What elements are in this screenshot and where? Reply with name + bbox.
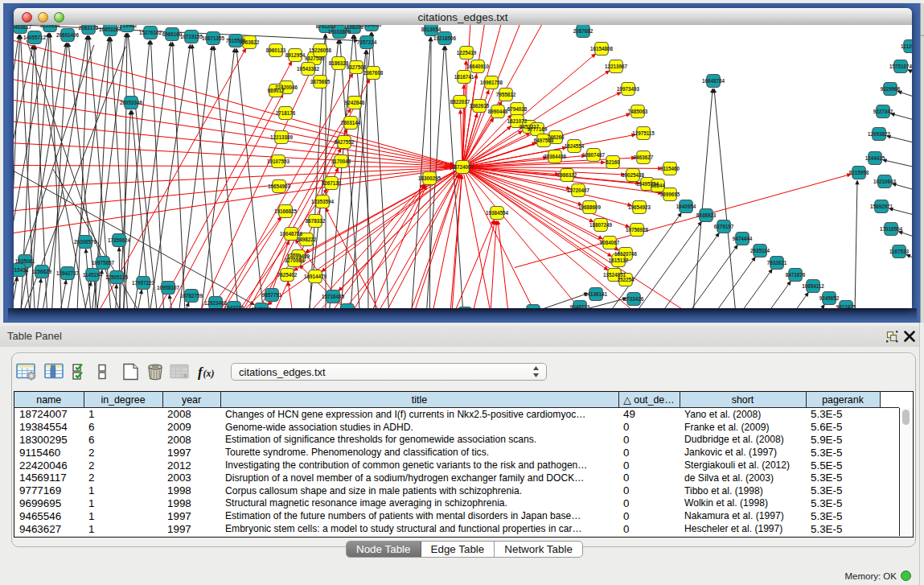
svg-text:10961758: 10961758 [480, 80, 503, 85]
svg-text:16648784: 16648784 [702, 78, 725, 84]
svg-text:7204918: 7204918 [338, 307, 358, 308]
svg-text:3915412: 3915412 [14, 267, 29, 273]
svg-text:9777169: 9777169 [528, 126, 548, 132]
svg-text:2803144: 2803144 [341, 120, 361, 126]
svg-text:8960123: 8960123 [266, 47, 286, 53]
svg-text:18300295: 18300295 [418, 175, 441, 181]
svg-text:20493817: 20493817 [14, 25, 31, 30]
svg-text:9084067: 9084067 [600, 240, 620, 245]
svg-text:20691406: 20691406 [56, 32, 80, 38]
svg-text:6497568: 6497568 [534, 138, 554, 143]
svg-text:1847210: 1847210 [252, 307, 272, 308]
svg-text:8912954: 8912954 [285, 52, 306, 58]
svg-text:9463627: 9463627 [634, 154, 654, 160]
svg-text:1225419: 1225419 [457, 50, 477, 56]
svg-text:1145194: 1145194 [83, 272, 103, 278]
svg-text:1624554: 1624554 [565, 143, 585, 149]
svg-text:86844: 86844 [651, 183, 665, 188]
svg-text:12975115: 12975115 [632, 130, 655, 136]
svg-text:10654903: 10654903 [268, 183, 291, 189]
svg-text:9812475: 9812475 [836, 304, 856, 308]
svg-text:9242848: 9242848 [345, 100, 365, 105]
svg-text:9329966: 9329966 [881, 86, 901, 92]
svg-text:3498222: 3498222 [297, 237, 317, 242]
svg-text:7986322: 7986322 [557, 172, 577, 178]
svg-text:3875685: 3875685 [310, 79, 331, 84]
svg-text:62160: 62160 [606, 159, 620, 165]
svg-text:17957223: 17957223 [132, 280, 155, 286]
svg-text:10046786: 10046786 [280, 231, 303, 237]
svg-text:7485063: 7485063 [628, 109, 648, 114]
svg-text:9934815: 9934815 [362, 25, 382, 27]
svg-text:9474444: 9474444 [733, 236, 753, 241]
svg-text:10025438: 10025438 [622, 172, 645, 178]
svg-text:9245652: 9245652 [819, 295, 840, 301]
svg-text:19654923: 19654923 [628, 204, 651, 210]
svg-text:9227342: 9227342 [873, 109, 893, 114]
svg-text:16914479: 16914479 [304, 274, 327, 279]
svg-text:7719462: 7719462 [117, 25, 138, 28]
svg-text:16640910: 16640910 [466, 64, 490, 69]
svg-text:10958107: 10958107 [157, 285, 180, 290]
svg-text:1816741: 1816741 [454, 74, 474, 80]
svg-text:19218506: 19218506 [433, 35, 457, 41]
svg-text:1042718: 1042718 [224, 305, 244, 308]
svg-text:10107553: 10107553 [267, 159, 290, 164]
svg-text:10975857: 10975857 [92, 260, 115, 266]
svg-text:19384554: 19384554 [486, 210, 509, 216]
svg-text:17016504: 17016504 [880, 226, 903, 232]
svg-text:9857791: 9857791 [262, 292, 282, 298]
svg-text:7357224: 7357224 [357, 39, 377, 45]
svg-text:7955812: 7955812 [496, 92, 516, 97]
svg-text:989012: 989012 [267, 88, 285, 93]
svg-text:9327508: 9327508 [347, 64, 367, 70]
svg-text:2718176: 2718176 [276, 110, 296, 116]
svg-text:10807487: 10807487 [582, 152, 606, 158]
svg-text:1615132: 1615132 [609, 257, 629, 263]
svg-text:7632621: 7632621 [767, 260, 787, 266]
svg-text:1733426: 1733426 [624, 296, 644, 302]
svg-text:252254: 252254 [617, 277, 634, 282]
svg-text:10654112: 10654112 [802, 283, 824, 289]
svg-text:10688609: 10688609 [578, 204, 602, 210]
svg-text:10719155: 10719155 [180, 34, 203, 39]
svg-text:10973493: 10973493 [617, 86, 640, 92]
svg-text:2087682: 2087682 [573, 28, 593, 34]
svg-text:18724007: 18724007 [451, 164, 474, 170]
svg-text:15720407: 15720407 [567, 187, 590, 193]
svg-text:1935061: 1935061 [15, 258, 35, 264]
svg-text:19166825: 19166825 [274, 208, 298, 214]
svg-text:26053346: 26053346 [120, 100, 143, 105]
svg-text:9327506: 9327506 [305, 56, 325, 61]
svg-text:15276102: 15276102 [139, 30, 162, 35]
svg-text:7663822: 7663822 [240, 39, 260, 45]
svg-text:8427552: 8427552 [335, 139, 355, 145]
svg-text:6379197: 6379197 [714, 224, 734, 229]
svg-text:18807249: 18807249 [589, 222, 613, 228]
svg-text:16120746: 16120746 [614, 251, 638, 257]
svg-text:8471676: 8471676 [786, 272, 806, 278]
svg-text:8938923: 8938923 [696, 212, 717, 218]
svg-text:8678332: 8678332 [306, 218, 326, 224]
svg-text:15751074: 15751074 [889, 64, 912, 69]
svg-text:8990448: 8990448 [488, 109, 508, 114]
svg-text:8267130: 8267130 [322, 180, 342, 186]
svg-text:17359924: 17359924 [108, 237, 131, 243]
svg-text:3170046: 3170046 [331, 159, 351, 164]
svg-text:10210643: 10210643 [873, 179, 897, 184]
svg-text:14136141: 14136141 [585, 291, 608, 297]
svg-text:8813054: 8813054 [421, 27, 441, 32]
svg-text:12505135: 12505135 [105, 274, 129, 280]
svg-text:16154808: 16154808 [590, 46, 614, 51]
svg-text:2367608: 2367608 [363, 70, 384, 76]
svg-text:9120834: 9120834 [40, 25, 60, 28]
svg-text:9115460: 9115460 [660, 166, 680, 171]
svg-text:12093822: 12093822 [868, 131, 891, 137]
svg-text:12213967: 12213967 [605, 64, 628, 69]
svg-text:20364436: 20364436 [544, 154, 567, 159]
svg-text:1362615: 1362615 [470, 103, 490, 109]
svg-text:12213389: 12213389 [270, 134, 294, 140]
svg-text:6794028: 6794028 [507, 106, 528, 112]
svg-text:1244415: 1244415 [865, 155, 885, 161]
svg-text:2083175: 2083175 [79, 25, 99, 31]
